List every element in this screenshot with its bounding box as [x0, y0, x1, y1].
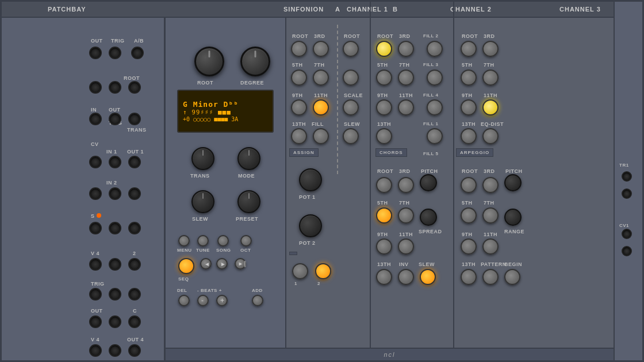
del-btn[interactable] [178, 295, 190, 306]
ch1a-11th-pad-lit[interactable] [313, 99, 329, 115]
jack-in1[interactable] [89, 113, 102, 125]
jack-cv2[interactable] [89, 187, 102, 200]
fill2-pad[interactable] [427, 41, 443, 57]
trans-knob[interactable] [191, 147, 214, 170]
ch2-3rd-pad[interactable] [398, 41, 414, 57]
fill1-pad[interactable] [427, 128, 443, 144]
pitch-knob[interactable] [420, 174, 437, 191]
jack-out2a[interactable] [128, 187, 141, 200]
jack-trig1[interactable] [109, 47, 121, 59]
play-btn[interactable]: ►║ [235, 258, 246, 269]
gate2-btn-lit[interactable] [315, 263, 331, 279]
ch1a-root-pad[interactable] [291, 41, 307, 57]
oct-btn[interactable] [240, 235, 252, 247]
jack-trig6[interactable] [128, 288, 141, 301]
arp-root-pad[interactable] [461, 177, 477, 193]
ch-slew-pad-lit[interactable] [420, 269, 436, 285]
ch-11th-pad[interactable] [398, 238, 414, 255]
ch3-7th-pad[interactable] [482, 70, 499, 86]
ch3-3rd-pad[interactable] [482, 41, 499, 57]
arp-range-knob[interactable] [504, 209, 522, 226]
ch3-9th-pad[interactable] [461, 99, 477, 115]
jack-ab[interactable] [131, 47, 144, 59]
jack-out4[interactable] [109, 315, 121, 328]
ch-3rd-pad[interactable] [398, 177, 414, 193]
arp-pattern-pad[interactable] [482, 269, 499, 285]
ch2-9th-pad[interactable] [376, 99, 392, 115]
ch2-7th-pad[interactable] [398, 70, 414, 86]
song-btn[interactable] [217, 235, 229, 247]
jack-s3[interactable] [128, 222, 141, 234]
jack-s2[interactable] [109, 222, 121, 234]
jack-out3[interactable] [89, 315, 102, 328]
ch1b-root-pad[interactable] [343, 41, 359, 57]
jack-trig3[interactable] [109, 113, 121, 125]
tr1-jack2[interactable] [622, 188, 632, 199]
pot1-knob[interactable] [299, 168, 322, 191]
jack-v4b[interactable] [109, 258, 121, 271]
jack-trig4[interactable] [89, 288, 102, 301]
ch2-root-pad-lit[interactable] [376, 41, 392, 57]
ch2-5th-pad[interactable] [376, 70, 392, 86]
spread-knob[interactable] [420, 209, 437, 226]
jack-in1a[interactable] [109, 156, 121, 168]
jack-out4b[interactable] [128, 344, 141, 357]
jack-out1[interactable] [89, 47, 102, 59]
jack-s1[interactable] [89, 222, 102, 234]
ch1a-9th-pad[interactable] [291, 99, 307, 115]
ch3-13th-pad[interactable] [461, 128, 477, 144]
ch3-5th-pad[interactable] [461, 70, 477, 86]
ch2-11th-pad[interactable] [398, 99, 414, 115]
fill3-pad[interactable] [427, 70, 443, 86]
ch1b-5th-pad[interactable] [343, 70, 359, 86]
arp-9th-pad[interactable] [461, 238, 477, 255]
jack-root-patch[interactable] [128, 81, 141, 94]
menu-btn[interactable] [178, 235, 190, 247]
jack-2[interactable] [128, 258, 141, 271]
jack-cv[interactable] [89, 156, 102, 168]
tr1-jack[interactable] [622, 171, 632, 182]
jack-trig2[interactable] [109, 81, 121, 94]
preset-knob[interactable] [237, 190, 260, 213]
ch-root-pad[interactable] [376, 177, 392, 193]
jack-trans[interactable] [128, 113, 141, 125]
jack-c[interactable] [128, 315, 141, 328]
arp-3rd-pad[interactable] [482, 177, 499, 193]
jack-v4d[interactable] [109, 344, 121, 357]
arp-7th-pad[interactable] [482, 207, 499, 224]
ch-inv-pad[interactable] [398, 269, 414, 285]
cv1-jack[interactable] [622, 229, 632, 239]
ch-5th-pad-lit[interactable] [376, 207, 392, 224]
gate1-btn[interactable] [292, 263, 308, 279]
arp-5th-pad[interactable] [461, 207, 477, 224]
ch3-11th-pad-lit[interactable] [482, 99, 499, 115]
ch-13th-pad[interactable] [376, 269, 392, 285]
ch1a-fill-pad[interactable] [313, 128, 329, 144]
jack-in2[interactable] [109, 187, 121, 200]
ch1b-slew-pad[interactable] [343, 128, 359, 144]
ch2-13th-pad[interactable] [376, 128, 392, 144]
jack-trig5[interactable] [109, 288, 121, 301]
arp-pitch-knob[interactable] [504, 174, 522, 191]
slew-knob[interactable] [191, 190, 214, 213]
ch1a-5th-pad[interactable] [291, 70, 307, 86]
arp-begin-pad[interactable] [504, 269, 520, 285]
root-knob[interactable] [194, 47, 224, 76]
ch1a-13th-pad[interactable] [291, 128, 307, 144]
jack-v4[interactable] [89, 258, 102, 271]
add-btn[interactable] [252, 295, 263, 306]
pot2-knob[interactable] [299, 214, 322, 237]
arrow-left-btn[interactable]: ◄ [200, 258, 212, 269]
fill4-pad[interactable] [427, 99, 443, 115]
arrow-right-btn[interactable]: ► [216, 258, 228, 269]
ch3-root-pad[interactable] [461, 41, 477, 57]
minus-btn[interactable]: - [197, 295, 209, 306]
ch-7th-pad[interactable] [398, 207, 414, 224]
ch1a-7th-pad[interactable] [313, 70, 329, 86]
mode-knob[interactable] [237, 147, 260, 170]
arp-13th-pad[interactable] [461, 269, 477, 285]
degree-knob[interactable] [240, 47, 270, 76]
jack-v4c[interactable] [89, 344, 102, 357]
ch3-eqdist-pad[interactable] [482, 128, 499, 144]
seq-btn[interactable] [178, 258, 194, 274]
